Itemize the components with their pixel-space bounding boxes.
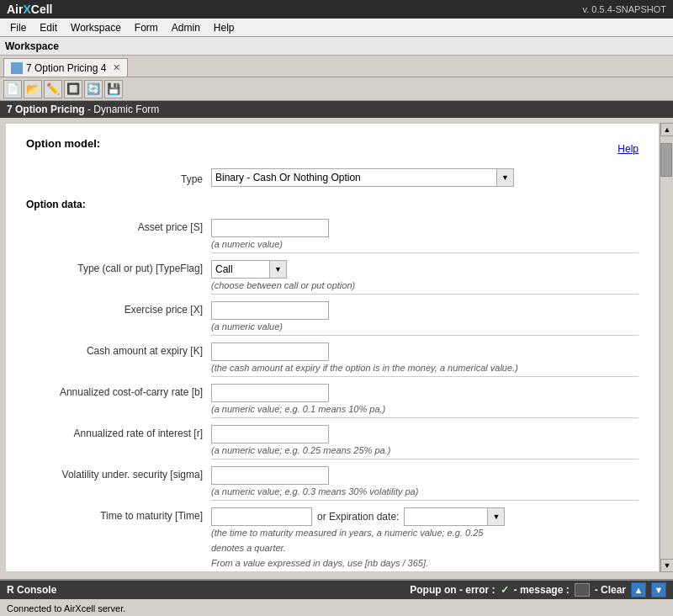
section-title-subtitle: - Dynamic Form [85, 104, 160, 115]
help-link[interactable]: Help [617, 143, 639, 155]
cash-amount-label: Cash amount at expiry [K] [26, 343, 211, 357]
typeflag-select-group: ▼ [211, 260, 639, 279]
workspace-label: Workspace [5, 40, 59, 52]
asset-price-hint: (a numeric value) [211, 239, 639, 253]
section-title-bold: 7 Option Pricing [7, 104, 85, 115]
option-model-header: Option model: Help [26, 137, 639, 160]
workspace-bar: Workspace [0, 37, 673, 56]
exercise-price-hint: (a numeric value) [211, 321, 639, 336]
typeflag-row: Type (call or put) [TypeFlag] ▼ (choose … [26, 260, 639, 295]
interest-rate-input[interactable] [211, 425, 329, 443]
logo-cell: Cell [31, 3, 53, 16]
interest-rate-label: Annualized rate of interest [r] [26, 425, 211, 439]
asset-price-label: Asset price [S] [26, 219, 211, 233]
connected-label: Connected to AirXcell server. [7, 603, 125, 613]
typeflag-field: ▼ (choose between call or put option) [211, 260, 639, 295]
menu-workspace[interactable]: Workspace [64, 20, 128, 35]
app-logo: AirXCell [7, 3, 52, 16]
main-area: Option model: Help Type ▼ Option data: A… [0, 118, 673, 577]
clear-label: - Clear [595, 584, 626, 596]
time-input-row: or Expiration date: ▼ [211, 507, 639, 526]
cash-amount-field: (the cash amount at expiry if the option… [211, 343, 639, 377]
exercise-price-row: Exercise price [X] (a numeric value) [26, 301, 639, 336]
logo-air: Air [7, 3, 23, 16]
asset-price-field: (a numeric value) [211, 219, 639, 253]
tab-label: 7 Option Pricing 4 [26, 62, 106, 74]
cost-carry-field: (a numeric value; e.g. 0.1 means 10% pa.… [211, 384, 639, 418]
tab-bar: 7 Option Pricing 4 ✕ [0, 56, 673, 77]
typeflag-label: Type (call or put) [TypeFlag] [26, 260, 211, 274]
cash-amount-input[interactable] [211, 343, 329, 361]
form-content: Option model: Help Type ▼ Option data: A… [6, 124, 659, 572]
exercise-price-input[interactable] [211, 301, 329, 320]
menu-edit[interactable]: Edit [33, 20, 64, 35]
volatility-hint: (a numeric value; e.g. 0.3 means 30% vol… [211, 486, 639, 501]
asset-price-row: Asset price [S] (a numeric value) [26, 219, 639, 253]
cost-carry-hint: (a numeric value; e.g. 0.1 means 10% pa.… [211, 404, 639, 418]
toolbar-edit-button[interactable]: ✏️ [44, 80, 62, 98]
down-button[interactable]: ▼ [651, 582, 666, 597]
expiry-date-label: or Expiration date: [317, 511, 399, 523]
type-select-input[interactable] [211, 168, 497, 187]
scrollbar-track[interactable] [660, 136, 673, 559]
typeflag-input[interactable] [211, 260, 270, 279]
menu-form[interactable]: Form [128, 20, 165, 35]
interest-rate-field: (a numeric value; e.g. 0.25 means 25% pa… [211, 425, 639, 459]
cost-carry-row: Annualized cost-of-carry rate [b] (a num… [26, 384, 639, 418]
time-input[interactable] [211, 507, 312, 526]
toolbar-open-button[interactable]: 📂 [24, 80, 42, 98]
toolbar-save-button[interactable]: 💾 [104, 80, 123, 98]
type-label: Type [26, 171, 211, 185]
time-maturity-row: Time to maturity [Time] or Expiration da… [26, 507, 639, 572]
option-data-title: Option data: [26, 199, 639, 210]
interest-rate-row: Annualized rate of interest [r] (a numer… [26, 425, 639, 459]
toolbar-view-button[interactable]: 🔲 [64, 80, 82, 98]
message-indicator [575, 583, 590, 597]
app-version: v. 0.5.4-SNAPSHOT [583, 4, 666, 14]
type-dropdown-button[interactable]: ▼ [497, 168, 514, 187]
cost-carry-input[interactable] [211, 384, 329, 402]
type-field-group: ▼ [211, 168, 639, 187]
exercise-price-field: (a numeric value) [211, 301, 639, 336]
logo-x: X [23, 3, 30, 16]
volatility-input[interactable] [211, 466, 329, 485]
titlebar: AirXCell v. 0.5.4-SNAPSHOT [0, 0, 673, 19]
scroll-up-button[interactable]: ▲ [660, 123, 673, 136]
time-hint-1: (the time to maturity measured in years,… [211, 528, 639, 541]
scroll-down-button[interactable]: ▼ [660, 559, 673, 572]
up-button[interactable]: ▲ [631, 582, 646, 597]
statusbar-bottom: Connected to AirXcell server. [0, 599, 673, 616]
message-label: - message : [514, 584, 570, 596]
tab-close-button[interactable]: ✕ [113, 62, 120, 73]
toolbar-new-button[interactable]: 📄 [3, 80, 22, 98]
section-header: 7 Option Pricing - Dynamic Form [0, 101, 673, 118]
form-panel: Option model: Help Type ▼ Option data: A… [5, 123, 660, 572]
time-hint-3: From a value expressed in days, use [nb … [211, 558, 639, 571]
tab-option-pricing[interactable]: 7 Option Pricing 4 ✕ [3, 58, 128, 77]
scrollbar-thumb[interactable] [660, 143, 672, 177]
tab-icon [11, 62, 23, 74]
cash-amount-hint: (the cash amount at expiry if the option… [211, 363, 639, 377]
status-right: Popup on - error : ✓ - message : - Clear… [410, 582, 666, 597]
time-maturity-label: Time to maturity [Time] [26, 507, 211, 522]
popup-label: Popup on - error : [410, 584, 495, 596]
toolbar: 📄 📂 ✏️ 🔲 🔄 💾 [0, 77, 673, 101]
cost-carry-label: Annualized cost-of-carry rate [b] [26, 384, 211, 398]
time-hint-2: denotes a quarter. [211, 543, 639, 556]
volatility-row: Volatility under. security [sigma] (a nu… [26, 466, 639, 501]
interest-rate-hint: (a numeric value; e.g. 0.25 means 25% pa… [211, 445, 639, 459]
menu-admin[interactable]: Admin [165, 20, 207, 35]
scrollbar: ▲ ▼ [660, 123, 673, 572]
typeflag-hint: (choose between call or put option) [211, 280, 639, 295]
rconsole-label: R Console [7, 584, 56, 596]
expiry-dropdown-button[interactable]: ▼ [488, 507, 505, 526]
type-row: Type ▼ [26, 168, 639, 187]
menu-help[interactable]: Help [207, 20, 241, 35]
volatility-field: (a numeric value; e.g. 0.3 means 30% vol… [211, 466, 639, 501]
toolbar-refresh-button[interactable]: 🔄 [84, 80, 103, 98]
menu-file[interactable]: File [3, 20, 33, 35]
expiry-date-input[interactable] [404, 507, 488, 526]
asset-price-input[interactable] [211, 219, 329, 237]
typeflag-dropdown-button[interactable]: ▼ [270, 260, 287, 279]
time-maturity-field: or Expiration date: ▼ (the time to matur… [211, 507, 639, 572]
